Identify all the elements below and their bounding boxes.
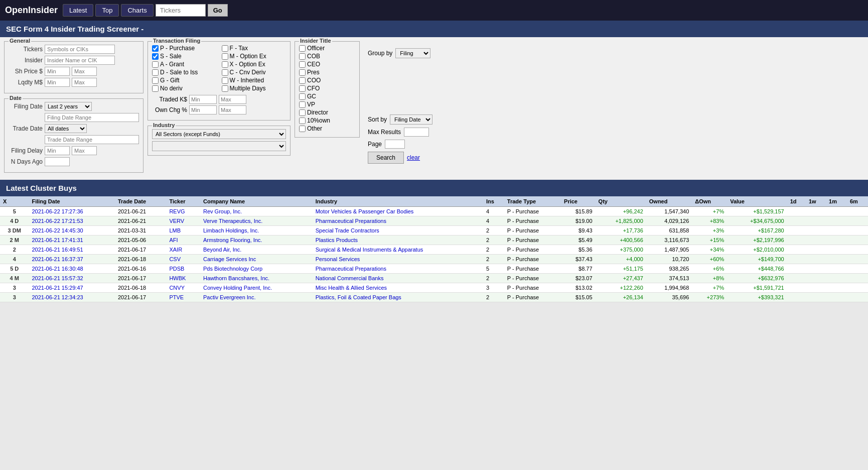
own-chg-max[interactable]	[219, 105, 246, 114]
ten-pct-checkbox[interactable]	[299, 118, 306, 124]
table-cell[interactable]: Pharmaceutical Preparations	[313, 216, 483, 226]
table-cell[interactable]: CNVY	[166, 283, 200, 293]
table-cell[interactable]: Plastics Products	[313, 236, 483, 245]
table-cell[interactable]: AFI	[166, 236, 200, 245]
table-cell[interactable]: VERV	[166, 216, 200, 226]
nav-top-button[interactable]: Top	[95, 4, 119, 17]
table-cell: 3	[0, 293, 29, 302]
traded-ks-min[interactable]	[189, 95, 217, 104]
cfo-checkbox[interactable]	[299, 85, 306, 92]
table-cell[interactable]: HWBK	[166, 274, 200, 283]
table-cell[interactable]: 2021-06-21 15:57:32	[29, 274, 114, 283]
table-cell[interactable]: Special Trade Contractors	[313, 226, 483, 236]
industry-sub-select[interactable]	[152, 141, 286, 151]
table-cell[interactable]: PDSB	[166, 264, 200, 274]
sh-price-max[interactable]	[72, 67, 97, 76]
cob-checkbox[interactable]	[299, 53, 306, 60]
page-input[interactable]: 1	[385, 140, 405, 149]
table-cell[interactable]: 2021-06-21 15:29:47	[29, 283, 114, 293]
table-cell[interactable]: Motor Vehicles & Passenger Car Bodies	[313, 207, 483, 216]
table-cell[interactable]: Hawthorn Bancshares, Inc.	[200, 274, 313, 283]
multiple-days-checkbox[interactable]	[222, 85, 228, 92]
sale-checkbox[interactable]	[152, 53, 159, 60]
table-cell[interactable]: 2021-06-22 17:27:36	[29, 207, 114, 216]
insider-input[interactable]	[45, 56, 115, 65]
industry-select[interactable]: All Sectors (except Funds) All Sectors T…	[152, 129, 286, 139]
search-button[interactable]: Search	[368, 152, 404, 164]
table-cell	[826, 216, 847, 226]
group-by-select[interactable]: Filing Ticker Industry	[395, 48, 430, 58]
table-cell[interactable]: REVG	[166, 207, 200, 216]
sh-price-min[interactable]	[45, 67, 70, 76]
table-cell: +$2,197,996	[727, 236, 787, 245]
col-ins: Ins	[483, 196, 504, 207]
table-cell[interactable]: National Commercial Banks	[313, 274, 483, 283]
trade-date-range-input[interactable]	[45, 135, 139, 144]
director-checkbox[interactable]	[299, 109, 306, 116]
table-cell[interactable]: PTVE	[166, 293, 200, 302]
tax-checkbox[interactable]	[222, 45, 228, 52]
table-cell[interactable]: Misc Health & Allied Services	[313, 283, 483, 293]
tickers-input[interactable]	[45, 45, 115, 54]
option-ex-m-checkbox[interactable]	[222, 53, 228, 60]
table-cell[interactable]: Armstrong Flooring, Inc.	[200, 236, 313, 245]
table-cell[interactable]: Plastics, Foil & Coated Paper Bags	[313, 293, 483, 302]
table-cell	[847, 236, 868, 245]
filing-date-select[interactable]: Last 2 years Last 1 year Last 6 months L…	[45, 102, 92, 111]
ceo-checkbox[interactable]	[299, 61, 306, 68]
table-cell[interactable]: Personal Services	[313, 255, 483, 264]
clear-link[interactable]: clear	[407, 154, 420, 161]
lqdty-max[interactable]	[72, 78, 97, 87]
table-cell[interactable]: XAIR	[166, 245, 200, 255]
traded-ks-max[interactable]	[219, 95, 246, 104]
table-cell[interactable]: Convey Holding Parent, Inc.	[200, 283, 313, 293]
option-ex-x-checkbox[interactable]	[222, 61, 228, 68]
grant-checkbox[interactable]	[152, 61, 159, 68]
nav-ticker-input[interactable]	[156, 4, 206, 17]
lqdty-min[interactable]	[45, 78, 70, 87]
no-deriv-checkbox[interactable]	[152, 85, 159, 92]
trade-date-select[interactable]: All dates Last 2 years Last 1 year Custo…	[45, 124, 87, 133]
officer-checkbox[interactable]	[299, 45, 306, 52]
table-cell[interactable]: Rev Group, Inc.	[200, 207, 313, 216]
table-cell[interactable]: Limbach Holdings, Inc.	[200, 226, 313, 236]
filing-date-range-input[interactable]	[45, 113, 139, 122]
table-cell[interactable]: 2021-06-22 14:45:30	[29, 226, 114, 236]
other-checkbox[interactable]	[299, 126, 306, 132]
gift-checkbox[interactable]	[152, 77, 159, 84]
table-cell[interactable]: Pactiv Evergreen Inc.	[200, 293, 313, 302]
table-cell[interactable]: Surgical & Medical Instruments & Apparat…	[313, 245, 483, 255]
table-cell[interactable]: 2021-06-22 17:21:53	[29, 216, 114, 226]
coo-checkbox[interactable]	[299, 77, 306, 84]
table-cell[interactable]: 2021-06-21 16:37:37	[29, 255, 114, 264]
gc-checkbox[interactable]	[299, 93, 306, 100]
table-cell[interactable]: 2021-06-21 16:30:48	[29, 264, 114, 274]
table-cell[interactable]: Verve Therapeutics, Inc.	[200, 216, 313, 226]
table-cell[interactable]: 2021-06-21 17:41:31	[29, 236, 114, 245]
sale-iss-checkbox[interactable]	[152, 69, 159, 76]
pres-checkbox[interactable]	[299, 69, 306, 76]
table-cell[interactable]: 2021-06-21 12:34:23	[29, 293, 114, 302]
vp-checkbox[interactable]	[299, 101, 306, 108]
nav-latest-button[interactable]: Latest	[63, 4, 93, 17]
cnv-deriv-checkbox[interactable]	[222, 69, 228, 76]
filing-delay-max[interactable]	[72, 146, 97, 155]
table-cell[interactable]: Beyond Air, Inc.	[200, 245, 313, 255]
own-chg-min[interactable]	[189, 105, 217, 114]
sort-by-select[interactable]: Filing Date Trade Date Ticker Value	[390, 114, 432, 125]
table-cell	[806, 293, 826, 302]
purchase-checkbox[interactable]	[152, 45, 159, 52]
n-days-ago-input[interactable]	[45, 157, 70, 166]
table-cell[interactable]: Pds Biotechnology Corp	[200, 264, 313, 274]
nav-charts-button[interactable]: Charts	[121, 4, 153, 17]
col-1d: 1d	[787, 196, 806, 207]
inherited-checkbox[interactable]	[222, 77, 228, 84]
table-cell[interactable]: Pharmaceutical Preparations	[313, 264, 483, 274]
nav-go-button[interactable]: Go	[208, 4, 228, 17]
table-cell[interactable]: CSV	[166, 255, 200, 264]
table-cell[interactable]: 2021-06-21 16:49:51	[29, 245, 114, 255]
table-cell[interactable]: LMB	[166, 226, 200, 236]
filing-delay-min[interactable]	[45, 146, 70, 155]
max-results-input[interactable]: 100	[404, 128, 429, 137]
table-cell[interactable]: Carriage Services Inc	[200, 255, 313, 264]
